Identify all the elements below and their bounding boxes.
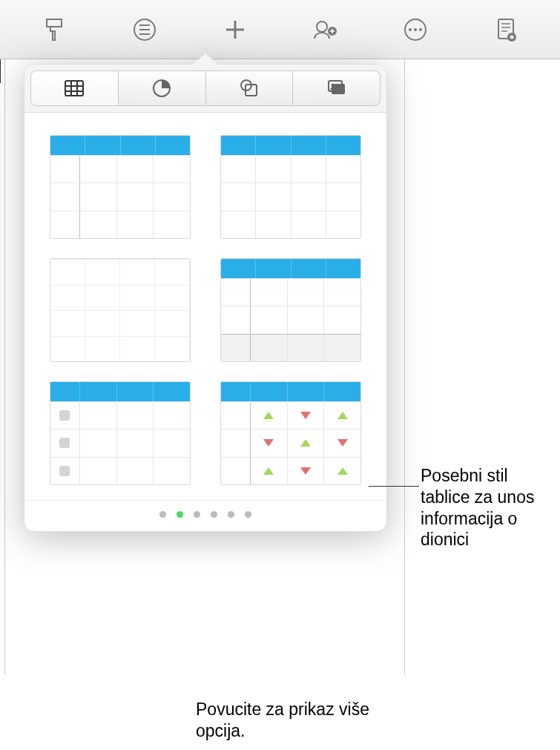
- page-dot[interactable]: [159, 511, 166, 518]
- collaborate-icon: [310, 15, 340, 45]
- svg-point-30: [331, 84, 333, 86]
- insert-popover: [24, 64, 387, 532]
- tab-table[interactable]: [30, 70, 119, 106]
- tab-chart[interactable]: [119, 70, 206, 106]
- page-dot[interactable]: [228, 511, 234, 518]
- collaborate-button[interactable]: [303, 8, 346, 51]
- triangle-down-icon: [263, 439, 274, 447]
- plus-icon: [220, 15, 250, 45]
- callout-swipe-hint: Povucite za prikaz više opcija.: [196, 699, 389, 742]
- triangle-down-icon: [300, 412, 311, 419]
- format-button[interactable]: [33, 8, 76, 51]
- table-style-stock[interactable]: [220, 381, 361, 485]
- tab-shape[interactable]: [206, 70, 294, 106]
- callout-leader-line: [0, 59, 1, 83]
- top-toolbar: [0, 0, 560, 59]
- shape-icon: [239, 78, 260, 99]
- page-dot-active[interactable]: [177, 511, 183, 518]
- table-style-plain[interactable]: [50, 258, 191, 362]
- page-dot[interactable]: [211, 511, 217, 518]
- insert-category-tabs: [24, 65, 386, 113]
- triangle-up-icon: [300, 439, 311, 447]
- triangle-up-icon: [337, 467, 348, 475]
- svg-point-19: [510, 35, 514, 39]
- triangle-down-icon: [337, 439, 348, 447]
- checkbox-icon: [59, 438, 70, 448]
- svg-point-13: [419, 28, 422, 31]
- table-style-header-footer[interactable]: [220, 258, 361, 362]
- chart-pie-icon: [151, 78, 172, 99]
- page-dot[interactable]: [245, 511, 251, 518]
- popover-panel: [24, 64, 387, 532]
- svg-rect-28: [332, 84, 345, 94]
- tab-media[interactable]: [293, 70, 381, 106]
- document-settings-button[interactable]: [484, 8, 527, 51]
- svg-point-6: [317, 22, 327, 32]
- document-settings-icon: [491, 15, 521, 45]
- format-brush-icon: [39, 15, 69, 45]
- table-style-header-rowcol[interactable]: [50, 135, 191, 239]
- callout-stock-style: Posebni stil tablice za unos informacija…: [421, 465, 558, 550]
- insert-button[interactable]: [214, 8, 257, 51]
- checkbox-icon: [59, 466, 70, 476]
- svg-point-11: [409, 28, 412, 31]
- triangle-up-icon: [263, 412, 274, 419]
- table-style-header-plain[interactable]: [220, 135, 361, 239]
- more-icon: [401, 15, 430, 45]
- page-dots[interactable]: [24, 500, 386, 531]
- triangle-up-icon: [263, 467, 274, 475]
- popover-arrow: [192, 53, 219, 65]
- list-bullets-icon: [130, 15, 159, 45]
- media-icon: [326, 78, 347, 99]
- table-style-checklist[interactable]: [50, 381, 191, 485]
- table-styles-grid: [24, 113, 386, 500]
- checkbox-icon: [59, 410, 70, 421]
- triangle-down-icon: [300, 467, 311, 475]
- svg-point-12: [414, 28, 417, 31]
- triangle-up-icon: [337, 412, 348, 419]
- svg-rect-20: [65, 81, 83, 96]
- more-button[interactable]: [394, 8, 437, 51]
- bullets-button[interactable]: [123, 8, 166, 51]
- callout-leader-line: [369, 486, 419, 487]
- page-dot[interactable]: [194, 511, 200, 518]
- table-icon: [64, 78, 85, 99]
